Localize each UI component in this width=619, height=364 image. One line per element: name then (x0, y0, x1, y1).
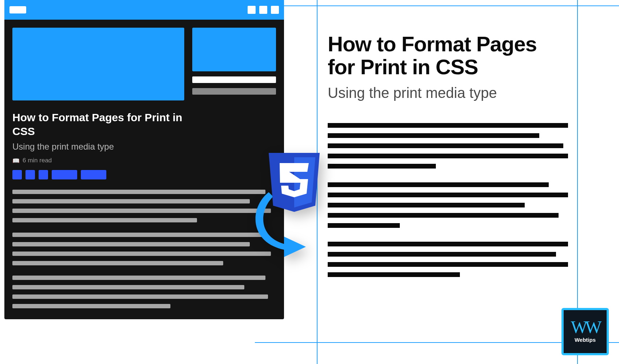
print-subtitle: Using the print media type (328, 85, 568, 101)
article-title: How to Format Pages for Print in CSS (12, 111, 194, 138)
tag-row (12, 170, 276, 179)
sidebar-thumb-placeholder (192, 28, 276, 71)
paragraph-placeholder (12, 190, 276, 222)
print-paragraph-placeholder (328, 123, 568, 169)
window-control-icon (248, 6, 256, 14)
sidebar-line-placeholder (192, 76, 276, 83)
logo-label: Webtips (575, 337, 596, 343)
read-time-badge: 📖 6 min read (12, 157, 276, 164)
paragraph-placeholder (12, 276, 276, 308)
window-control-icon (259, 6, 267, 14)
logo-mark: WW (571, 320, 600, 334)
window-control-icon (271, 6, 279, 14)
browser-titlebar (4, 0, 284, 20)
print-title: How to Format Pages for Print in CSS (328, 33, 568, 78)
webtips-logo: WW Webtips (561, 308, 609, 355)
hero-image-placeholder (12, 28, 184, 100)
sidebar-line-placeholder (192, 88, 276, 95)
tag-placeholder (81, 170, 106, 179)
print-preview-page: How to Format Pages for Print in CSS Usi… (328, 33, 568, 291)
window-controls (248, 6, 279, 14)
tag-placeholder (12, 170, 22, 179)
url-placeholder (9, 6, 26, 13)
tag-placeholder (39, 170, 48, 179)
paragraph-placeholder (12, 233, 276, 265)
book-icon: 📖 (12, 157, 20, 164)
tag-placeholder (52, 170, 77, 179)
article-subtitle: Using the print media type (12, 142, 276, 152)
tag-placeholder (25, 170, 35, 179)
guide-line (255, 5, 619, 6)
read-time-label: 6 min read (23, 157, 52, 164)
print-paragraph-placeholder (328, 182, 568, 228)
browser-window-mock: How to Format Pages for Print in CSS Usi… (4, 0, 284, 319)
print-paragraph-placeholder (328, 242, 568, 277)
css3-transform-icon (251, 153, 324, 262)
